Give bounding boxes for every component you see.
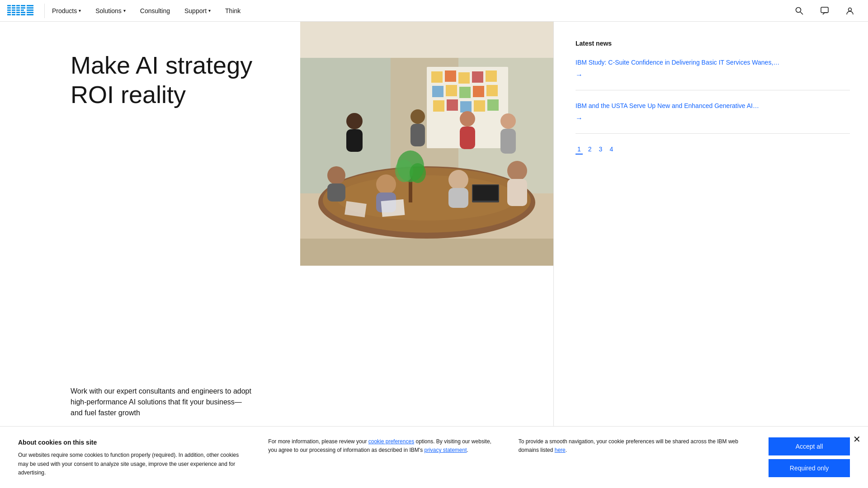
nav-item-think[interactable]: Think [218,0,248,21]
svg-rect-37 [458,72,470,84]
page-3[interactable]: 3 [597,145,604,155]
svg-rect-0 [7,5,11,6]
svg-point-53 [346,113,363,129]
svg-rect-62 [327,183,345,202]
hero-title: Make AI strategy ROI reality [71,51,282,109]
svg-rect-35 [431,71,443,83]
page-2[interactable]: 2 [586,145,594,155]
svg-rect-38 [472,71,483,83]
latest-news-title: Latest news [576,40,850,47]
hero-left: Make AI strategy ROI reality Work with o… [0,22,300,488]
cookie-col-3: To provide a smooth navigation, your coo… [519,437,750,455]
svg-rect-45 [433,100,444,112]
svg-point-25 [796,7,801,12]
svg-rect-4 [7,14,11,15]
news-link-2[interactable]: IBM and the USTA Serve Up New and Enhanc… [576,101,850,111]
nav-item-solutions[interactable]: Solutions ▾ [88,0,133,21]
hero-subtitle: Work with our expert consultants and eng… [71,386,251,418]
svg-point-61 [327,166,345,184]
nav-icons [788,0,868,22]
nav-item-consulting[interactable]: Consulting [133,0,177,21]
svg-rect-75 [381,199,405,217]
svg-rect-15 [21,5,25,6]
cookie-preferences-link[interactable]: cookie preferences [368,438,414,445]
svg-rect-47 [460,101,472,113]
svg-rect-42 [459,87,471,98]
svg-rect-68 [507,179,527,206]
page-1[interactable]: 1 [576,145,583,155]
svg-rect-18 [21,12,25,13]
cookie-col-1: About cookies on this site Our websites … [18,437,250,477]
search-button[interactable] [788,0,810,22]
svg-rect-54 [346,129,363,152]
svg-rect-12 [16,9,20,11]
svg-rect-6 [12,7,15,9]
cookie-col-2: For more information, please review your… [268,437,500,455]
svg-rect-11 [16,7,20,9]
svg-rect-74 [473,185,498,201]
svg-point-63 [376,174,396,194]
svg-rect-3 [7,12,11,13]
news-pagination: 1 2 3 4 [576,145,850,155]
cookie-close-button[interactable]: ✕ [853,434,861,445]
main-nav: Products ▾ Solutions ▾ Consulting Suppor… [0,0,868,22]
cookie-title: About cookies on this site [18,437,250,447]
svg-rect-7 [12,9,15,11]
svg-rect-14 [16,14,20,15]
ibm-logo[interactable] [7,5,33,17]
svg-rect-43 [473,86,484,97]
svg-rect-2 [7,9,11,11]
svg-rect-10 [16,5,20,6]
svg-rect-13 [16,12,20,13]
privacy-statement-link[interactable]: privacy statement [424,447,467,453]
nav-items: Products ▾ Solutions ▾ Consulting Suppor… [45,0,248,21]
svg-rect-19 [21,14,25,15]
user-button[interactable] [839,0,861,22]
svg-rect-77 [300,239,553,266]
svg-rect-1 [7,7,11,9]
cookie-text-2-before: For more information, please review your [268,438,368,445]
cookie-domains-link[interactable]: here [555,447,566,453]
svg-rect-39 [486,70,497,82]
svg-rect-46 [447,99,458,111]
chevron-down-icon: ▾ [123,8,126,13]
news-item-1: IBM Study: C-Suite Confidence in Deliver… [576,58,850,90]
cookie-text-3: To provide a smooth navigation, your coo… [519,438,738,453]
cookie-text-2-after: . [467,447,468,453]
svg-rect-36 [445,70,456,82]
svg-rect-58 [460,127,475,149]
svg-point-57 [460,111,475,127]
page-4[interactable]: 4 [608,145,615,155]
svg-rect-24 [27,14,33,15]
svg-rect-48 [474,100,485,112]
news-arrow-2[interactable]: → [576,114,850,122]
svg-point-65 [448,170,468,190]
chevron-down-icon: ▾ [79,8,81,13]
cookie-banner: ✕ About cookies on this site Our website… [0,426,868,488]
svg-rect-27 [821,7,828,13]
svg-rect-56 [410,124,425,146]
svg-rect-40 [432,86,443,97]
svg-rect-8 [12,12,15,13]
main-content: Make AI strategy ROI reality Work with o… [0,22,868,488]
svg-line-26 [801,12,803,14]
news-arrow-1[interactable]: → [576,71,850,79]
svg-rect-16 [21,7,25,9]
svg-rect-5 [12,5,15,6]
required-only-button[interactable]: Required only [769,459,850,477]
nav-item-support[interactable]: Support ▾ [177,0,218,21]
svg-rect-41 [446,85,457,96]
svg-rect-30 [300,22,553,58]
svg-point-28 [849,8,852,11]
hero-right: Latest news IBM Study: C-Suite Confidenc… [553,22,868,488]
news-link-1[interactable]: IBM Study: C-Suite Confidence in Deliver… [576,58,850,67]
svg-rect-23 [27,12,33,13]
svg-rect-22 [27,9,33,11]
svg-rect-44 [486,85,498,96]
cookie-buttons: Accept all Required only [769,437,850,477]
cookie-text-3-after: . [566,447,567,453]
nav-item-products[interactable]: Products ▾ [45,0,88,21]
accept-all-button[interactable]: Accept all [769,437,850,455]
svg-rect-60 [500,129,516,154]
chat-button[interactable] [814,0,835,22]
